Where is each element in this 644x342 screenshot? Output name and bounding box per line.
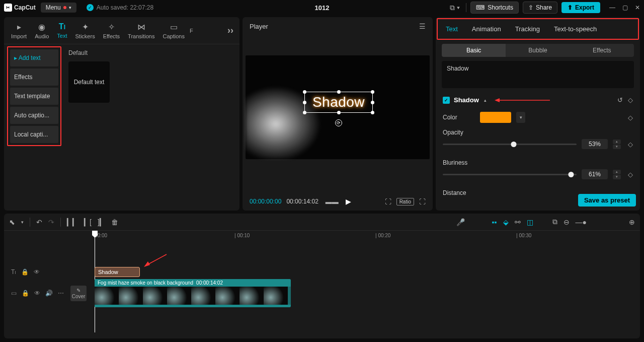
thumb bbox=[167, 287, 191, 305]
mute-icon[interactable]: 🔊 bbox=[45, 290, 53, 297]
maximize-icon[interactable]: ▢ bbox=[622, 4, 628, 11]
opacity-value[interactable]: 53% bbox=[582, 139, 608, 149]
sidebar-add-text[interactable]: Add text bbox=[10, 49, 58, 66]
redo-icon[interactable]: ↷ bbox=[48, 218, 54, 226]
close-icon[interactable]: ✕ bbox=[635, 4, 640, 11]
resize-handle[interactable] bbox=[303, 111, 306, 114]
play-icon[interactable]: ▶ bbox=[346, 197, 351, 206]
minimize-icon[interactable]: — bbox=[609, 4, 615, 11]
resize-handle[interactable] bbox=[337, 90, 341, 94]
mic-icon[interactable]: 🎤 bbox=[456, 218, 465, 226]
ratio-button[interactable]: Ratio bbox=[396, 198, 414, 206]
reset-icon[interactable]: ↺ bbox=[617, 96, 623, 104]
text-content-input[interactable]: Shadow bbox=[442, 61, 634, 88]
bluriness-slider[interactable] bbox=[443, 174, 577, 175]
export-button[interactable]: ⬆ Export bbox=[561, 2, 600, 13]
eye-icon[interactable]: 👁 bbox=[34, 290, 40, 297]
resize-handle[interactable] bbox=[371, 90, 374, 94]
svg-line-2 bbox=[147, 254, 167, 265]
fullscreen-icon[interactable]: ⛶ bbox=[419, 198, 426, 206]
sidebar-local-captions[interactable]: Local capti... bbox=[10, 126, 58, 143]
slider-thumb[interactable] bbox=[511, 142, 516, 147]
zoom-out-icon[interactable]: ⊖ bbox=[564, 218, 570, 226]
pointer-tool-icon[interactable]: ⬉ bbox=[9, 218, 15, 226]
resize-handle[interactable] bbox=[371, 101, 374, 104]
keyframe-diamond-icon[interactable]: ◇ bbox=[628, 141, 633, 148]
zoom-slider-icon[interactable]: —● bbox=[576, 218, 587, 226]
nav-text[interactable]: TIText bbox=[53, 20, 71, 41]
resize-handle[interactable] bbox=[303, 90, 306, 94]
more-icon[interactable]: ⋯ bbox=[58, 290, 64, 297]
nav-transitions[interactable]: ⋈Transitions bbox=[124, 20, 158, 41]
zoom-stage-icon[interactable]: ⧉ bbox=[552, 218, 557, 226]
undo-icon[interactable]: ↶ bbox=[36, 218, 42, 226]
tab-text[interactable]: Text bbox=[446, 25, 458, 33]
resize-handle[interactable] bbox=[371, 111, 374, 114]
collapse-caret-icon[interactable]: ▴ bbox=[484, 98, 487, 103]
opacity-slider[interactable] bbox=[443, 144, 577, 145]
text-icon: TI bbox=[59, 22, 65, 31]
preview-axis-icon[interactable]: ◫ bbox=[527, 218, 533, 226]
text-clip[interactable]: Shadow bbox=[95, 267, 140, 277]
text-selection-box[interactable]: Shadow ⟳ bbox=[304, 92, 373, 113]
shortcuts-button[interactable]: ⌨ Shortcuts bbox=[470, 2, 519, 14]
subtab-basic[interactable]: Basic bbox=[442, 44, 506, 57]
cover-button[interactable]: ✎ Cover bbox=[70, 286, 87, 301]
timeline-ruler[interactable]: 00:00 | 00:10 | 00:20 | 00:30 bbox=[90, 231, 640, 242]
lock-icon[interactable]: 🔒 bbox=[22, 290, 29, 297]
delete-icon[interactable]: 🗑 bbox=[111, 218, 118, 226]
default-text-preset[interactable]: Default text bbox=[68, 61, 110, 103]
split-icon[interactable]: ▎▎ bbox=[67, 218, 78, 226]
layout-icon[interactable]: ⧉ ▾ bbox=[448, 3, 462, 13]
trim-left-icon[interactable]: ▎[ bbox=[84, 218, 92, 226]
nav-audio[interactable]: ◉Audio bbox=[31, 20, 53, 41]
resize-handle[interactable] bbox=[303, 101, 306, 104]
slider-thumb[interactable] bbox=[569, 172, 574, 177]
focus-icon[interactable]: ⛶ bbox=[385, 198, 391, 206]
nav-import[interactable]: ▸Import bbox=[7, 20, 31, 41]
tracks-area[interactable]: Shadow Fog mist haze smoke on black back… bbox=[90, 242, 640, 332]
snap-icon[interactable]: ▪▪ bbox=[492, 218, 497, 226]
subtab-bubble[interactable]: Bubble bbox=[506, 44, 570, 57]
link-icon[interactable]: ⚯ bbox=[515, 218, 521, 226]
sidebar-effects[interactable]: Effects bbox=[10, 69, 58, 86]
opacity-stepper[interactable]: ▴▾ bbox=[613, 140, 621, 149]
bluriness-stepper[interactable]: ▴▾ bbox=[613, 170, 621, 179]
keyframe-diamond-icon[interactable]: ◇ bbox=[628, 114, 633, 121]
keyframe-diamond-icon[interactable]: ◇ bbox=[628, 96, 633, 104]
nav-stickers[interactable]: ✦Stickers bbox=[71, 20, 99, 41]
video-clip[interactable]: Fog mist haze smoke on black background … bbox=[95, 279, 291, 307]
nav-captions[interactable]: ▭Captions bbox=[158, 20, 188, 41]
thumb bbox=[239, 287, 264, 305]
resize-handle[interactable] bbox=[337, 111, 341, 114]
color-swatch[interactable] bbox=[480, 112, 511, 123]
zoom-in-icon[interactable]: ⊕ bbox=[629, 218, 635, 226]
dropdown-icon[interactable]: ▾ bbox=[21, 220, 24, 225]
save-preset-button[interactable]: Save as preset bbox=[578, 194, 636, 207]
keyframe-diamond-icon[interactable]: ◇ bbox=[628, 171, 633, 178]
nav-more-icon[interactable]: ›› bbox=[227, 25, 236, 36]
tab-tracking[interactable]: Tracking bbox=[515, 25, 540, 33]
compare-icon[interactable]: ▬▬ bbox=[326, 198, 339, 206]
sidebar-text-template[interactable]: Text template bbox=[10, 88, 58, 105]
lock-icon[interactable]: 🔒 bbox=[21, 268, 29, 276]
tab-animation[interactable]: Animation bbox=[472, 25, 501, 33]
bluriness-value[interactable]: 61% bbox=[582, 169, 608, 179]
rotate-handle[interactable]: ⟳ bbox=[335, 119, 342, 126]
video-track-header: ▭ 🔒 👁 🔊 ⋯ ✎ Cover bbox=[4, 279, 90, 307]
hamburger-icon[interactable]: ☰ bbox=[419, 22, 426, 30]
nav-effects[interactable]: ✧Effects bbox=[99, 20, 124, 41]
nav-filters[interactable]: F bbox=[189, 26, 194, 36]
shadow-checkbox[interactable]: ✓ bbox=[443, 97, 450, 104]
eye-icon[interactable]: 👁 bbox=[34, 268, 40, 276]
magnet-icon[interactable]: ⬙ bbox=[503, 218, 509, 226]
trim-right-icon[interactable]: ]▎ bbox=[98, 218, 105, 226]
player-preview[interactable]: Shadow ⟳ bbox=[246, 55, 430, 159]
color-dropdown[interactable]: ▾ bbox=[516, 112, 525, 123]
tab-tts[interactable]: Text-to-speech bbox=[554, 25, 597, 33]
share-button[interactable]: ⇪ Share bbox=[523, 2, 557, 14]
sidebar-auto-captions[interactable]: Auto captio... bbox=[10, 107, 58, 124]
menu-button[interactable]: Menu ▾ bbox=[41, 3, 76, 13]
notification-dot-icon bbox=[63, 6, 66, 9]
subtab-effects[interactable]: Effects bbox=[570, 44, 634, 57]
